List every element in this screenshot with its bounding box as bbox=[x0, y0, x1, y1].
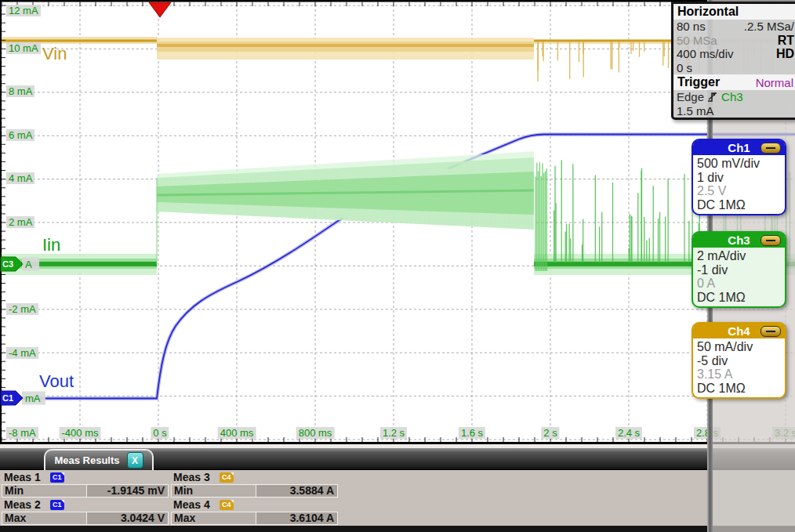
trigger-type: Edge bbox=[677, 90, 704, 104]
close-icon[interactable]: X bbox=[127, 452, 143, 469]
channel-name: Ch1 bbox=[728, 141, 750, 154]
channel-offset: 2.5 V bbox=[697, 184, 785, 198]
channel-badge-ch3[interactable]: Ch3 2 mA/div -1 div 0 A DC 1MΩ bbox=[692, 231, 786, 308]
h-resolution: 80 ns bbox=[677, 20, 706, 34]
meas-value: 3.0424 V bbox=[87, 512, 169, 525]
meas-stat: Min bbox=[171, 484, 256, 498]
svg-text:A: A bbox=[25, 259, 32, 270]
meas-result-2[interactable]: Meas 2C1 Max3.0424 V bbox=[2, 498, 169, 525]
y-axis-label: -8 mA bbox=[6, 427, 38, 439]
h-rt-mode: RT bbox=[778, 34, 794, 48]
y-axis-label: 12 mA bbox=[6, 5, 41, 16]
meas-stat: Max bbox=[2, 512, 87, 525]
meas-results-panel: Meas 1C1 Min-1.9145 mV Meas 2C1 Max3.042… bbox=[0, 470, 795, 526]
result-tab-bar: Meas Results X bbox=[0, 448, 795, 470]
channel-scale: 500 mV/div bbox=[697, 157, 785, 171]
minimize-button[interactable] bbox=[761, 143, 781, 154]
x-axis-label: 0 s bbox=[151, 427, 169, 439]
channel-offset-marker-c1[interactable]: mAC1 bbox=[1, 391, 45, 405]
x-axis-label: 2.4 s bbox=[615, 427, 642, 439]
meas-stat: Max bbox=[171, 512, 256, 525]
y-axis-label: 2 mA bbox=[6, 216, 34, 228]
h-record-length: 50 MSa bbox=[677, 34, 717, 48]
horizontal-title: Horizontal bbox=[673, 4, 795, 20]
channel-coupling: DC 1MΩ bbox=[697, 382, 785, 396]
channel-offset: 0 A bbox=[697, 277, 785, 291]
x-axis-label: 2 s bbox=[541, 427, 559, 439]
h-sample-rate: .2.5 MSa/ bbox=[744, 20, 794, 34]
y-axis-label: 6 mA bbox=[6, 129, 34, 141]
h-position: 0 s bbox=[677, 61, 692, 75]
channel-badge-ch1[interactable]: Ch1 500 mV/div 1 div 2.5 V DC 1MΩ bbox=[692, 139, 786, 215]
meas-result-1[interactable]: Meas 1C1 Min-1.9145 mV bbox=[2, 471, 169, 498]
x-axis-label: 800 ms bbox=[296, 427, 335, 439]
meas-source-badge: C1 bbox=[50, 472, 64, 483]
y-axis-label: 8 mA bbox=[6, 85, 34, 97]
meas-stat: Min bbox=[2, 484, 87, 498]
x-axis-label: 1.6 s bbox=[459, 427, 485, 439]
meas-title: Meas 4 bbox=[173, 498, 210, 511]
trace-label-vout: Vout bbox=[39, 373, 74, 390]
y-axis-label: -2 mA bbox=[6, 303, 38, 315]
h-hd-mode: HD bbox=[776, 47, 794, 61]
y-axis-label: 4 mA bbox=[6, 172, 34, 184]
svg-text:C3: C3 bbox=[2, 259, 13, 269]
meas-result-3[interactable]: Meas 3C4 Min3.5884 A bbox=[171, 471, 338, 498]
trigger-title: Trigger bbox=[677, 75, 720, 89]
meas-result-4[interactable]: Meas 4C4 Max3.6104 A bbox=[171, 498, 338, 525]
y-axis-label: 10 mA bbox=[6, 42, 41, 54]
meas-source-badge: C4 bbox=[220, 500, 234, 510]
meas-value: 3.5884 A bbox=[256, 484, 338, 498]
trace-label-iin: Iin bbox=[42, 237, 60, 254]
channel-coupling: DC 1MΩ bbox=[697, 291, 785, 305]
bottom-bar bbox=[0, 526, 795, 532]
minimize-button[interactable] bbox=[761, 326, 781, 337]
rising-edge-icon bbox=[707, 91, 718, 103]
trigger-mode: Normal bbox=[756, 76, 793, 89]
x-axis-label: 1.2 s bbox=[380, 427, 407, 439]
svg-text:mA: mA bbox=[25, 393, 41, 404]
y-axis-label: -4 mA bbox=[6, 347, 38, 359]
trace-label-vin: Vin bbox=[42, 45, 67, 63]
channel-badge-ch4[interactable]: Ch4 50 mA/div -5 div 3.15 A DC 1MΩ bbox=[692, 322, 786, 399]
meas-title: Meas 1 bbox=[4, 471, 41, 483]
minimize-button[interactable] bbox=[761, 235, 781, 246]
h-timebase: 400 ms/div bbox=[677, 47, 734, 61]
channel-offset: 3.15 A bbox=[697, 367, 785, 382]
x-axis-label: 400 ms bbox=[218, 427, 256, 439]
channel-scale: 2 mA/div bbox=[697, 249, 785, 263]
oscilloscope-screen: AC3mAC1 12 mA10 mA8 mA6 mA4 mA2 mA-2 mA-… bbox=[0, 0, 795, 532]
channel-position: -1 div bbox=[697, 263, 785, 277]
tab-meas-results[interactable]: Meas Results X bbox=[44, 449, 154, 470]
meas-title: Meas 3 bbox=[173, 471, 210, 483]
channel-position: 1 div bbox=[697, 171, 785, 185]
trigger-source: Ch3 bbox=[721, 90, 743, 104]
meas-title: Meas 2 bbox=[4, 498, 41, 511]
channel-name: Ch3 bbox=[728, 233, 750, 247]
channel-name: Ch4 bbox=[728, 324, 750, 338]
tab-label: Meas Results bbox=[54, 454, 119, 466]
meas-value: 3.6104 A bbox=[256, 512, 338, 525]
trigger-level: 1.5 mA bbox=[677, 104, 714, 118]
horizontal-panel[interactable]: Horizontal 80 ns.2.5 MSa/ 50 MSaRT 400 m… bbox=[671, 2, 795, 120]
meas-value: -1.9145 mV bbox=[87, 484, 169, 498]
svg-text:C1: C1 bbox=[2, 393, 13, 403]
channel-coupling: DC 1MΩ bbox=[697, 198, 785, 212]
channel-scale: 50 mA/div bbox=[697, 340, 785, 354]
channel-position: -5 div bbox=[697, 354, 785, 368]
x-axis-label: -400 ms bbox=[60, 427, 101, 439]
meas-source-badge: C1 bbox=[50, 500, 64, 510]
meas-source-badge: C4 bbox=[220, 472, 234, 483]
